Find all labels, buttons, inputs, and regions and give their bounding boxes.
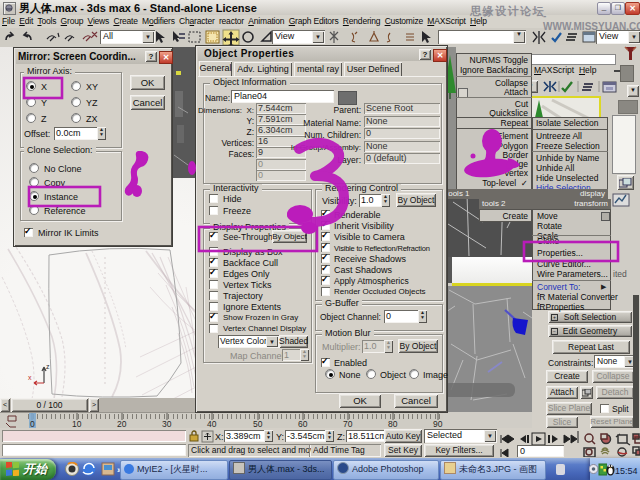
svg-text:x: x — [28, 374, 32, 381]
svg-text:z: z — [46, 363, 50, 370]
